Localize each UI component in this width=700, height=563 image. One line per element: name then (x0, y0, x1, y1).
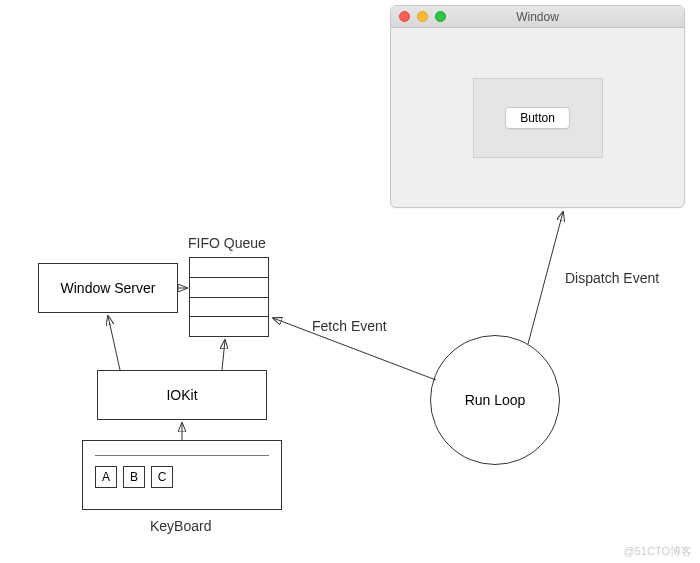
iokit-node: IOKit (97, 370, 267, 420)
dispatch-event-label: Dispatch Event (565, 270, 659, 286)
queue-slot (190, 258, 268, 278)
svg-line-5 (528, 212, 563, 344)
demo-button[interactable]: Button (505, 107, 570, 129)
window-server-label: Window Server (61, 280, 156, 296)
key-b: B (123, 466, 145, 488)
svg-line-1 (108, 316, 120, 370)
keyboard-divider (95, 455, 269, 456)
window-title: Window (391, 10, 684, 24)
run-loop-node: Run Loop (430, 335, 560, 465)
fetch-event-label: Fetch Event (312, 318, 387, 334)
window-server-node: Window Server (38, 263, 178, 313)
queue-slot (190, 278, 268, 298)
fifo-queue-label: FIFO Queue (188, 235, 266, 251)
watermark: @51CTO博客 (624, 544, 692, 559)
key-a: A (95, 466, 117, 488)
window-body: Button (391, 28, 684, 207)
key-c: C (151, 466, 173, 488)
keyboard-node: A B C (82, 440, 282, 510)
queue-slot (190, 298, 268, 318)
svg-line-2 (222, 340, 225, 370)
window-titlebar: Window (391, 6, 684, 28)
run-loop-label: Run Loop (465, 392, 526, 408)
keyboard-keys: A B C (91, 466, 273, 488)
app-window: Window Button (390, 5, 685, 208)
fifo-queue (189, 257, 269, 337)
button-panel: Button (473, 78, 603, 158)
iokit-label: IOKit (166, 387, 197, 403)
queue-slot (190, 317, 268, 336)
keyboard-label: KeyBoard (150, 518, 211, 534)
